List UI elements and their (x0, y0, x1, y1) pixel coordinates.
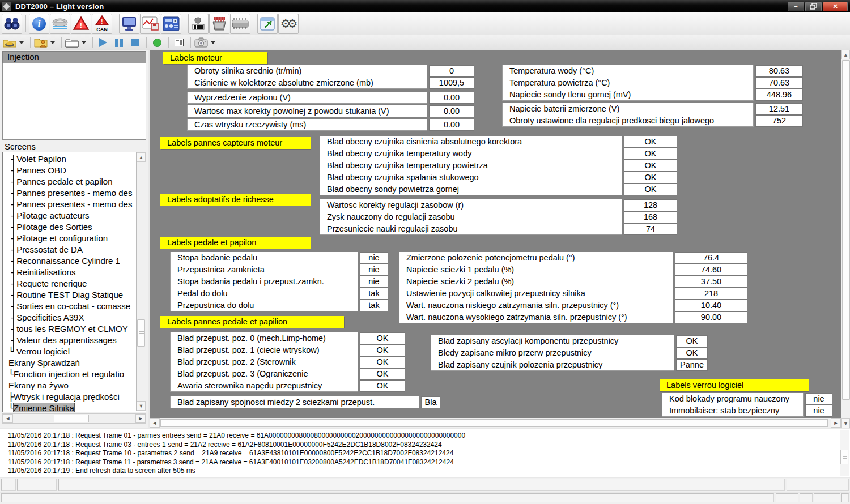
screen-list-item[interactable]: - Pannes presentes - memo des (3, 187, 134, 199)
screen-list-item[interactable]: └Fonction injection et regulatio (3, 369, 134, 380)
main-vscrollbar[interactable]: ▲ ▼ (841, 50, 850, 428)
param-value: 0.00 (429, 92, 474, 104)
scroll-up-icon[interactable]: ▲ (137, 152, 146, 162)
screen-list-item[interactable]: - Pilotage et configuration (3, 233, 134, 244)
screen-list-item[interactable]: Ekrany Sprawdzań (3, 357, 134, 369)
minimize-icon[interactable]: – (788, 2, 804, 11)
scroll-right-icon[interactable]: ► (831, 418, 841, 428)
chip-icon[interactable] (230, 14, 250, 34)
screen-item-label: Fonction injection et regulatio (14, 369, 124, 379)
screen-list-item[interactable]: - Pilotage des Sorties (3, 221, 134, 233)
close-icon[interactable]: ✕ (823, 2, 848, 11)
can-warning-icon[interactable]: ! CAN (92, 14, 112, 34)
binoculars-icon[interactable] (2, 14, 22, 34)
param-label: Blad obecny sondy powietrza gornej (320, 183, 622, 195)
open-folder-icon[interactable] (65, 36, 79, 49)
param-row: Blad przepust. poz. 1 (ciecie wtryskow)O… (170, 344, 405, 356)
scroll-down-icon[interactable]: ▼ (842, 418, 850, 428)
injection-list[interactable] (2, 63, 146, 140)
param-row: Obroty silnika srednio (tr/min)0 (187, 65, 474, 77)
param-label: Blad obecny czujnika temperatury powietr… (320, 160, 622, 172)
screen-list-item[interactable]: - Routine TEST Diag Statique (3, 289, 134, 301)
screen-item-label: Routine TEST Diag Statique (16, 290, 123, 300)
screen-list-item[interactable]: └Zmienne Silnika (3, 403, 134, 412)
param-value: 80.63 (755, 65, 803, 77)
main-hscrollbar[interactable]: ◄ ► (150, 418, 841, 428)
play-icon[interactable] (96, 36, 110, 49)
scroll-right-icon[interactable]: ► (135, 414, 146, 423)
stop-icon[interactable] (128, 36, 142, 49)
tree-prefix: - (11, 165, 16, 176)
screenshot-icon[interactable] (194, 36, 209, 49)
restore-icon[interactable] (805, 2, 822, 11)
tree-prefix: - (11, 177, 16, 187)
section-title-verrou: Labels verrou logiciel (660, 379, 809, 391)
screen-list-item[interactable]: - Pannes presentes - memo des (3, 199, 134, 210)
info-icon[interactable]: i (29, 14, 49, 34)
screen-list-item[interactable]: - Reconnaissance Cylindre 1 (3, 255, 134, 267)
log-scrollbar[interactable] (840, 430, 849, 476)
param-row: Blad zapisany spojnosci miedzy 2 sciezka… (170, 396, 440, 408)
scroll-down-icon[interactable]: ▼ (137, 401, 146, 411)
screenshot-dropdown-icon[interactable] (211, 41, 215, 44)
scroll-thumb[interactable] (840, 450, 848, 464)
record-icon[interactable] (150, 36, 164, 49)
window-title: DDT2000 – Light version (15, 2, 104, 11)
screen-list-item[interactable]: - Sorties en co-ccbat - ccmasse (3, 301, 134, 312)
control-panel-icon[interactable] (161, 14, 181, 34)
gears-icon[interactable]: ⚙⚙ (278, 14, 299, 34)
param-row: Zysk nauczony do regulacji zasobu168 (320, 211, 677, 223)
screen-list-item[interactable]: - tous les REGMOY et CLMOY (3, 323, 134, 335)
param-row: Wart. nauczona wysokiego zatrzymania sil… (399, 311, 747, 323)
log-line: 11/05/2016 20:17:18 : Request Trame 01 -… (0, 432, 850, 441)
connector-icon[interactable] (209, 14, 230, 34)
screen-list-item[interactable]: - Valeur des apprentissages (3, 335, 134, 346)
open-vehicle-icon[interactable] (2, 36, 17, 49)
screen-list-item[interactable]: - Volet Papilon (3, 153, 134, 165)
screen-list-item[interactable]: - Pressostat de DA (3, 244, 134, 255)
screen-list-item[interactable]: - Requete renerique (3, 278, 134, 289)
open-folder-dropdown-icon[interactable] (82, 41, 86, 44)
screens-hscrollbar[interactable]: ◄ ► (2, 413, 146, 424)
param-value: 70.63 (755, 77, 803, 89)
scroll-thumb[interactable] (842, 60, 850, 400)
param-label: Wartosc korekty regulacji zasobow (r) (320, 199, 622, 211)
screen-list-item[interactable]: - Specificities A39X (3, 312, 134, 323)
monitor-icon[interactable] (119, 14, 139, 34)
screen-list-item[interactable]: Ekrany na żywo (3, 380, 134, 391)
screen-item-label: Zmienne Silnika (14, 403, 74, 412)
log-line: 11/05/2016 20:17:19 : End refresh data t… (0, 467, 850, 476)
screen-list-item[interactable]: ├Wtrysk i regulacja prędkości (3, 391, 134, 403)
warning-icon[interactable]: ! (71, 14, 91, 34)
scroll-left-icon[interactable]: ◄ (150, 418, 160, 428)
screen-list-item[interactable]: - Pannes OBD (3, 165, 134, 176)
communication-log[interactable]: 11/05/2016 20:17:18 : Request Trame 01 -… (0, 429, 850, 477)
screen-list-item[interactable]: └ Verrou logiciel (3, 346, 134, 357)
screens-scrollbar[interactable]: ▲ ▼ (136, 152, 146, 411)
monitor-record-icon[interactable] (140, 14, 160, 34)
toolbar-separator (61, 37, 62, 48)
tree-prefix: - (11, 324, 16, 334)
scroll-thumb[interactable] (137, 319, 145, 347)
open-vehicle-dropdown-icon[interactable] (19, 41, 24, 44)
tree-prefix: - (11, 267, 16, 277)
param-value: OK (360, 332, 405, 344)
screen-list-item[interactable]: - Pilotage actuateurs (3, 210, 134, 221)
scroll-thumb[interactable] (54, 415, 89, 422)
scroll-left-icon[interactable]: ◄ (3, 414, 13, 423)
scroll-thumb[interactable] (160, 419, 828, 427)
window-export-icon[interactable] (257, 14, 278, 34)
screen-list-item[interactable]: - Pannes pedale et papilon (3, 176, 134, 187)
open-user-folder-icon[interactable] (33, 36, 48, 49)
car-diagnostic-icon[interactable] (50, 14, 70, 34)
param-label: Blad przepust. poz. 0 (mech.Limp-home) (170, 332, 358, 344)
sensor-icon[interactable] (188, 14, 209, 34)
param-row: Blad zapisany ascylacji komponentu przep… (431, 335, 708, 347)
param-value: OK (624, 160, 677, 172)
param-label: Ciśnienie w kolektorze absolutne zmierzo… (187, 77, 427, 89)
scroll-up-icon[interactable]: ▲ (842, 50, 850, 59)
pause-icon[interactable] (112, 36, 126, 49)
open-user-folder-dropdown-icon[interactable] (50, 41, 55, 44)
form-icon[interactable] (172, 36, 186, 49)
screen-list-item[interactable]: - Reinitialisations (3, 267, 134, 278)
